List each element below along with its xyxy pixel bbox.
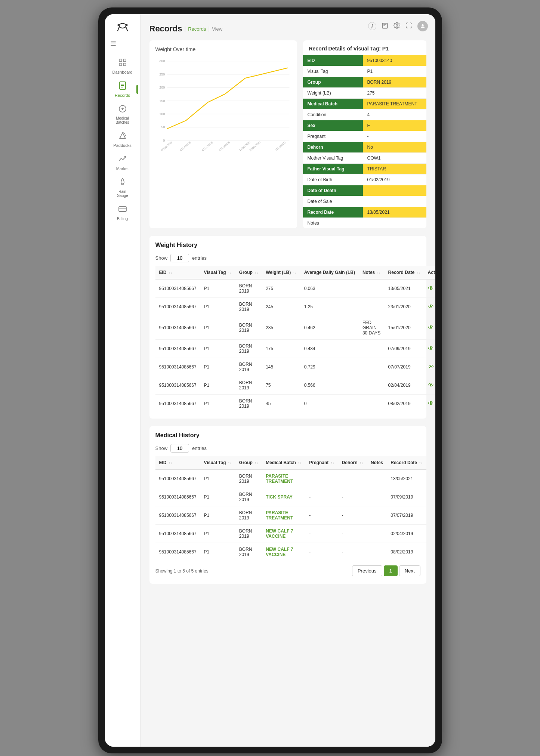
view-icon[interactable]: 👁 [428,364,434,370]
cell-dehorn: - [338,525,367,543]
cell-record-date: 07/07/2019 [387,506,426,525]
expand-icon[interactable] [405,22,412,30]
weight-col-weight[interactable]: Weight (LB) ↑↓ [262,266,300,279]
svg-point-4 [126,24,127,26]
cell-action[interactable]: 👁 [424,395,435,413]
cell-record-date: 02/04/2019 [385,376,424,395]
sidebar-item-rain-gauge[interactable]: RainGauge [108,175,138,201]
view-icon[interactable]: 👁 [428,303,434,310]
cell-weight: 245 [262,298,300,316]
table-row: 951000314085667 P1 BORN 2019 PARASITE TR… [155,506,427,525]
settings-icon[interactable] [394,22,400,30]
view-icon[interactable]: 👁 [428,324,434,331]
cell-visual-tag: P1 [200,525,235,543]
cell-eid: 951000314085667 [155,469,200,488]
sidebar-item-dashboard[interactable]: Dashboard [108,55,138,77]
sidebar-item-billing[interactable]: Billing [108,201,138,224]
view-icon[interactable]: 👁 [428,285,434,291]
cell-action[interactable]: 👁 [424,376,435,395]
hamburger-menu[interactable]: ☰ [110,39,116,47]
cell-notes: FED GRAIN 30 DAYS [359,316,385,340]
table-row: 951000314085667 P1 BORN 2019 NEW CALF 7 … [155,543,427,561]
cell-record-date: 13/05/2021 [385,279,424,298]
weight-entries-label: entries [192,255,207,261]
next-button[interactable]: Next [399,565,420,576]
detail-value-medical-batch: PARASITE TREATMENT [363,99,426,109]
cell-eid: 951000314085667 [155,376,200,395]
billing-icon [118,204,127,216]
sidebar-item-medical-batches[interactable]: MedicalBatches [108,101,138,127]
svg-text:13/05/2021: 13/05/2021 [274,141,287,152]
weight-col-adg[interactable]: Average Daily Gain (LB) [300,266,359,279]
table-row: 951000314085667 P1 BORN 2019 75 0.566 02… [155,376,435,395]
medical-entries-label: entries [192,445,207,451]
rain-gauge-icon [118,178,127,189]
weight-col-record-date[interactable]: Record Date ↑↓ [385,266,424,279]
view-icon[interactable]: 👁 [428,400,434,407]
weight-history-table: EID ↑↓ Visual Tag ↑↓ Group ↑↓ Weight (LB… [155,266,435,413]
cell-record-date: 07/09/2019 [385,340,424,358]
med-col-eid[interactable]: EID ↑↓ [155,456,200,469]
edit-icon[interactable] [382,22,388,30]
cell-adg: 0.462 [300,316,359,340]
cell-notes [359,298,385,316]
med-col-record-date[interactable]: Record Date ↑↓ [387,456,426,469]
detail-label-dos: Date of Sale [303,196,363,207]
cell-weight: 75 [262,376,300,395]
previous-button[interactable]: Previous [352,565,382,576]
info-icon[interactable]: i [368,22,376,30]
table-row: 951000314085667 P1 BORN 2019 45 0 08/02/… [155,395,435,413]
chart-title: Weight Over time [155,46,291,52]
cell-action[interactable]: 👁 [424,316,435,340]
detail-value-dob: 01/02/2019 [363,175,426,185]
weight-col-notes[interactable]: Notes ↑↓ [359,266,385,279]
cell-medical-batch[interactable]: NEW CALF 7 VACCINE [262,525,305,543]
cell-visual-tag: P1 [200,376,235,395]
weight-entries-input[interactable] [170,254,189,262]
medical-entries-input[interactable] [170,444,189,453]
svg-rect-17 [119,207,126,212]
svg-line-1 [117,27,119,31]
med-col-visual-tag[interactable]: Visual Tag ↑↓ [200,456,235,469]
page-1-button[interactable]: 1 [384,565,398,576]
med-col-dehorn[interactable]: Dehorn ↑↓ [338,456,367,469]
weight-col-visual-tag[interactable]: Visual Tag ↑↓ [200,266,235,279]
detail-value-notes [363,218,426,228]
avatar[interactable] [417,21,428,31]
breadcrumb-records-link[interactable]: Records [188,26,206,32]
cell-medical-batch[interactable]: PARASITE TREATMENT [262,506,305,525]
cell-eid: 951000314085667 [155,525,200,543]
medical-history-title: Medical History [155,432,420,439]
cell-adg: 0 [300,395,359,413]
detail-row-weight: Weight (LB) 275 [303,88,426,99]
detail-value-eid: 9510003140 [363,55,426,66]
detail-label-dehorn: Dehorn [303,142,363,152]
weight-col-group[interactable]: Group ↑↓ [235,266,262,279]
detail-label-pregnant: Pregnant [303,131,363,142]
cell-action[interactable]: 👁 [424,279,435,298]
med-col-pregnant[interactable]: Pregnant ↑↓ [305,456,338,469]
view-icon[interactable]: 👁 [428,382,434,388]
weight-show-entries: Show entries [155,254,420,262]
med-col-medical-batch[interactable]: Medical Batch ↑↓ [262,456,305,469]
svg-line-2 [126,27,128,31]
sidebar-item-paddocks[interactable]: Paddocks [108,128,138,151]
cell-visual-tag: P1 [200,543,235,561]
sort-icon-med-dehorn: ↑↓ [360,461,363,465]
pagination-controls: Previous 1 Next [352,565,420,576]
sidebar-item-records[interactable]: Records [108,78,138,101]
cell-medical-batch[interactable]: PARASITE TREATMENT [262,469,305,488]
cell-action[interactable]: 👁 [424,340,435,358]
cell-medical-batch[interactable]: TICK SPRAY [262,488,305,506]
detail-label-mother: Mother Visual Tag [303,153,363,163]
weight-col-eid[interactable]: EID ↑↓ [155,266,200,279]
view-icon[interactable]: 👁 [428,345,434,352]
sidebar-item-market[interactable]: Market [108,151,138,174]
med-col-group[interactable]: Group ↑↓ [235,456,262,469]
weight-col-action: Action [424,266,435,279]
cell-action[interactable]: 👁 [424,298,435,316]
cell-medical-batch[interactable]: NEW CALF 7 VACCINE [262,543,305,561]
cell-record-date: 08/02/2019 [385,395,424,413]
detail-label-eid: EID [303,55,363,66]
cell-action[interactable]: 👁 [424,358,435,376]
